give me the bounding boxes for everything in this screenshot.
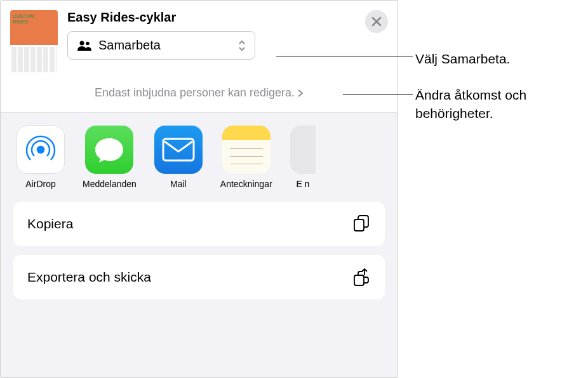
app-label: E m xyxy=(297,179,309,189)
document-thumbnail xyxy=(10,10,58,74)
dropdown-label: Samarbeta xyxy=(98,38,232,53)
airdrop-icon xyxy=(17,126,65,174)
more-icon xyxy=(290,126,316,174)
share-header: Easy Rides-cyklar Samarbeta xyxy=(1,1,398,113)
action-export[interactable]: Exportera och skicka xyxy=(13,255,385,299)
svg-point-1 xyxy=(86,41,90,45)
collaborate-dropdown[interactable]: Samarbeta xyxy=(67,31,255,60)
app-airdrop[interactable]: AirDrop xyxy=(17,126,65,189)
share-sheet: Easy Rides-cyklar Samarbeta xyxy=(0,0,398,378)
svg-point-2 xyxy=(37,147,44,153)
annotation-1: Välj Samarbeta. xyxy=(415,49,510,68)
app-label: Meddelanden xyxy=(83,179,137,189)
actions-list: Kopiera Exportera och skicka xyxy=(1,202,398,299)
action-copy[interactable]: Kopiera xyxy=(13,202,385,246)
action-label: Kopiera xyxy=(27,216,73,231)
annotation-leader-1 xyxy=(276,56,413,56)
svg-rect-5 xyxy=(354,275,364,285)
svg-rect-4 xyxy=(354,219,364,231)
app-messages[interactable]: Meddelanden xyxy=(83,126,137,189)
svg-point-0 xyxy=(80,41,84,45)
access-settings-row[interactable]: Endast inbjudna personer kan redigera. xyxy=(10,86,388,100)
app-mail[interactable]: Mail xyxy=(154,126,203,189)
copy-icon xyxy=(352,214,371,233)
annotation-leader-2 xyxy=(343,94,413,95)
export-icon xyxy=(352,268,371,287)
document-title: Easy Rides-cyklar xyxy=(67,10,356,25)
people-icon xyxy=(77,41,92,51)
close-icon xyxy=(371,16,382,27)
chevron-right-icon xyxy=(297,89,304,98)
share-apps-row: AirDrop Meddelanden Mail Anteckningar xyxy=(1,113,398,202)
app-label: AirDrop xyxy=(25,179,55,189)
chevron-updown-icon xyxy=(238,40,246,51)
header-top-row: Easy Rides-cyklar Samarbeta xyxy=(10,10,388,74)
app-label: Mail xyxy=(170,179,187,189)
app-notes[interactable]: Anteckningar xyxy=(220,126,272,189)
messages-icon xyxy=(85,126,133,174)
app-label: Anteckningar xyxy=(220,179,272,189)
close-button[interactable] xyxy=(365,10,388,33)
svg-rect-3 xyxy=(163,139,194,160)
mail-icon xyxy=(154,126,203,174)
notes-icon xyxy=(222,126,271,174)
action-label: Exportera och skicka xyxy=(27,270,151,285)
annotation-2: Ändra åtkomst och behörigheter. xyxy=(415,86,588,123)
access-subtitle: Endast inbjudna personer kan redigera. xyxy=(95,86,295,100)
header-content: Easy Rides-cyklar Samarbeta xyxy=(67,10,356,60)
app-more[interactable]: E m xyxy=(290,126,316,189)
